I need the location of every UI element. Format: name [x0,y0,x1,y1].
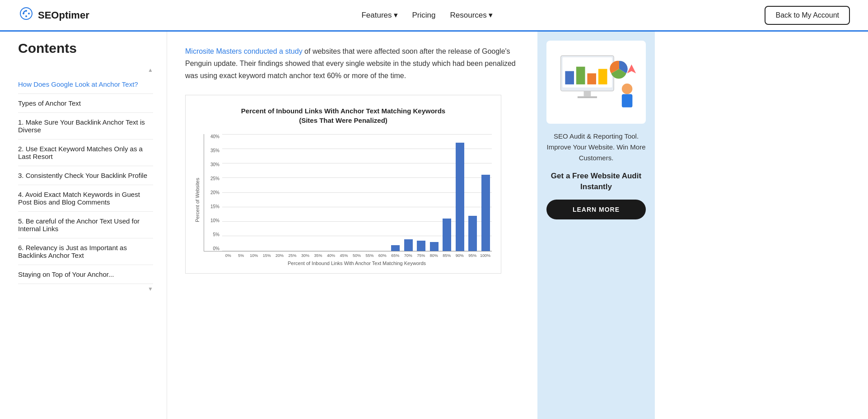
chart-bars [222,134,492,251]
x-tick-8: 40% [325,253,337,258]
learn-more-button[interactable]: LEARN MORE [546,200,646,219]
scroll-down-arrow[interactable]: ▼ [18,284,153,294]
x-tick-19: 95% [466,253,479,258]
x-axis-title: Percent of Inbound Links With Anchor Tex… [204,261,492,266]
svg-point-0 [25,10,27,12]
header: SEOptimer Features ▾ Pricing Resources ▾… [0,0,868,32]
bar-chart: Percent of Inbound Links With Anchor Tex… [185,95,501,274]
sidebar-item-1[interactable]: Types of Anchor Text [18,94,153,113]
bar-group-8 [325,134,337,251]
x-tick-5: 25% [286,253,299,258]
back-to-account-button[interactable]: Back to My Account [765,6,850,25]
bar-19 [468,216,477,251]
x-tick-6: 30% [299,253,312,258]
chart-title: Percent of Inbound Links With Anchor Tex… [195,106,492,125]
x-tick-3: 15% [260,253,273,258]
x-tick-12: 60% [376,253,389,258]
sidebar-item-3[interactable]: 2. Use Exact Keyword Matches Only as a L… [18,140,153,166]
bar-group-5 [286,134,299,251]
x-tick-15: 75% [415,253,427,258]
x-axis-labels: 0%5%10%15%20%25%30%35%40%45%50%55%60%65%… [204,253,492,258]
x-tick-4: 20% [273,253,286,258]
x-tick-16: 80% [428,253,440,258]
x-tick-18: 90% [453,253,466,258]
logo-icon [18,5,34,25]
sidebar-item-6[interactable]: 5. Be careful of the Anchor Text Used fo… [18,212,153,238]
bar-group-10 [351,134,363,251]
sidebar-item-2[interactable]: 1. Make Sure Your Backlink Anchor Text i… [18,113,153,140]
x-tick-13: 65% [389,253,401,258]
bar-group-15 [415,134,427,251]
svg-point-2 [28,13,30,14]
svg-point-3 [25,15,27,17]
sidebar-item-8[interactable]: Staying on Top of Your Anchor... [18,265,153,284]
bar-group-9 [338,134,350,251]
chart-inner: 40% 35% 30% 25% 20% 15% 10% 5% 0% [204,134,492,266]
sidebar-items-list: How Does Google Look at Anchor Text?Type… [18,75,153,284]
intro-paragraph: Microsite Masters conducted a study of w… [185,45,519,82]
chevron-down-icon: ▾ [489,10,493,20]
bar-group-19 [467,134,479,251]
bar-group-18 [453,134,466,251]
x-tick-10: 50% [350,253,363,258]
illustration-svg [552,46,640,118]
x-tick-17: 85% [440,253,453,258]
bar-group-2 [248,134,260,251]
svg-rect-10 [584,91,591,97]
bar-group-11 [364,134,376,251]
bar-13 [391,245,400,251]
sidebar-item-4[interactable]: 3. Consistently Check Your Backlink Prof… [18,166,153,185]
bar-group-1 [235,134,247,251]
scroll-up-arrow[interactable]: ▲ [18,65,153,75]
x-tick-0: 0% [222,253,234,258]
svg-marker-15 [627,65,636,74]
bars-area: 40% 35% 30% 25% 20% 15% 10% 5% 0% [204,134,492,251]
svg-rect-9 [598,69,607,84]
bar-15 [417,241,425,251]
main-content: Microsite Masters conducted a study of w… [167,32,537,419]
svg-rect-7 [576,67,585,84]
bar-18 [456,143,464,251]
svg-rect-14 [622,94,633,107]
main-layout: Contents ▲ How Does Google Look at Ancho… [0,32,868,419]
chevron-down-icon: ▾ [394,10,398,20]
bar-group-6 [299,134,312,251]
x-tick-14: 70% [402,253,415,258]
y-axis-labels: 40% 35% 30% 25% 20% 15% 10% 5% 0% [204,134,221,251]
svg-rect-11 [578,96,597,98]
nav-pricing[interactable]: Pricing [412,11,436,20]
nav-features[interactable]: Features ▾ [361,10,397,20]
sidebar: Contents ▲ How Does Google Look at Ancho… [0,32,167,419]
bar-17 [443,219,451,251]
sidebar-item-0[interactable]: How Does Google Look at Anchor Text? [18,75,153,94]
bar-group-16 [428,134,440,251]
bar-14 [404,239,413,251]
logo[interactable]: SEOptimer [18,5,89,25]
svg-rect-8 [587,73,596,84]
bar-group-12 [377,134,389,251]
x-tick-20: 100% [479,253,491,258]
bar-group-17 [441,134,453,251]
x-tick-2: 10% [247,253,260,258]
bar-16 [430,242,439,251]
microsite-masters-link[interactable]: Microsite Masters conducted a study [185,47,303,55]
main-nav: Features ▾ Pricing Resources ▾ [361,10,492,20]
x-tick-7: 35% [312,253,324,258]
sidebar-title: Contents [18,41,153,56]
bar-group-0 [222,134,234,251]
ad-description: SEO Audit & Reporting Tool. Improve Your… [546,131,646,163]
nav-resources[interactable]: Resources ▾ [450,10,492,20]
svg-point-13 [622,84,633,94]
right-panel: SEO Audit & Reporting Tool. Improve Your… [537,32,655,419]
x-tick-1: 5% [234,253,247,258]
ad-cta-text: Get a Free Website Audit Instantly [546,171,646,192]
svg-rect-6 [565,71,574,84]
sidebar-item-5[interactable]: 4. Avoid Exact Match Keywords in Guest P… [18,185,153,212]
bar-group-13 [389,134,401,251]
bar-group-20 [479,134,491,251]
y-axis-label: Percent of Websites [195,134,200,266]
ad-illustration [546,41,646,124]
x-tick-9: 45% [337,253,350,258]
bar-20 [481,175,490,251]
sidebar-item-7[interactable]: 6. Relevancy is Just as Important as Bac… [18,238,153,265]
